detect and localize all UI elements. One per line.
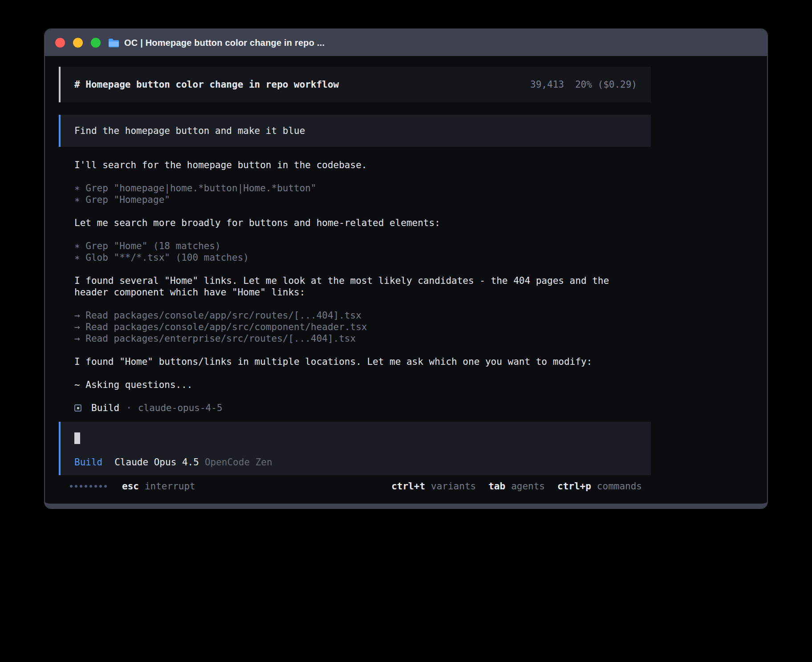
shortcut-label: agents bbox=[511, 480, 545, 492]
assistant-paragraph-broaden: Let me search more broadly for buttons a… bbox=[74, 217, 635, 229]
token-count: 39,413 bbox=[530, 79, 564, 90]
tool-call-read: → Read packages/console/app/src/routes/[… bbox=[74, 310, 635, 321]
assistant-paragraph-found: I found "Home" buttons/links in multiple… bbox=[74, 356, 635, 367]
shortcut-key: ctrl+p bbox=[557, 480, 591, 492]
status-left: esc interrupt bbox=[70, 480, 195, 492]
tool-call-grep: ∗ Grep "homepage|home.*button|Home.*butt… bbox=[74, 182, 635, 194]
shortcut-label: variants bbox=[431, 480, 476, 492]
session-header: # Homepage button color change in repo w… bbox=[59, 67, 651, 102]
traffic-lights bbox=[55, 38, 101, 48]
shortcut-variants: ctrl+t variants bbox=[391, 480, 476, 492]
terminal-content: # Homepage button color change in repo w… bbox=[45, 56, 767, 504]
assistant-status-asking: ~ Asking questions... bbox=[74, 379, 635, 391]
agent-model: claude-opus-4-5 bbox=[138, 402, 223, 414]
tool-call-read: → Read packages/console/app/src/componen… bbox=[74, 321, 635, 333]
input-meta-bar: Build Claude Opus 4.5 OpenCode Zen bbox=[74, 456, 637, 468]
esc-key-hint: esc bbox=[122, 480, 139, 492]
shortcut-key: ctrl+t bbox=[391, 480, 425, 492]
agent-mode-label[interactable]: Build bbox=[74, 456, 102, 468]
build-agent-icon bbox=[74, 404, 81, 412]
agent-status-line: Build · claude-opus-4-5 bbox=[74, 402, 635, 414]
shortcut-key: tab bbox=[488, 480, 505, 492]
titlebar[interactable]: OC | Homepage button color change in rep… bbox=[45, 29, 767, 56]
text-cursor bbox=[74, 432, 80, 444]
prompt-input[interactable]: Build Claude Opus 4.5 OpenCode Zen bbox=[59, 422, 651, 475]
input-line[interactable] bbox=[74, 432, 637, 444]
conversation-transcript: # Homepage button color change in repo w… bbox=[59, 67, 651, 422]
assistant-paragraph-intro: I'll search for the homepage button in t… bbox=[74, 159, 635, 171]
agent-separator: · bbox=[126, 402, 132, 414]
shortcut-label: commands bbox=[597, 480, 642, 492]
tool-call-grep: ∗ Grep "Home" (18 matches) bbox=[74, 240, 635, 252]
tool-call-glob: ∗ Glob "**/*.tsx" (100 matches) bbox=[74, 252, 635, 263]
shortcut-commands: ctrl+p commands bbox=[557, 480, 642, 492]
user-message: Find the homepage button and make it blu… bbox=[59, 115, 651, 147]
user-message-text: Find the homepage button and make it blu… bbox=[74, 125, 305, 136]
folder-icon bbox=[108, 38, 120, 48]
status-right: ctrl+t variants tab agents ctrl+p comman… bbox=[391, 480, 642, 492]
esc-key-action: interrupt bbox=[145, 480, 195, 492]
close-button[interactable] bbox=[55, 38, 65, 48]
session-title: # Homepage button color change in repo w… bbox=[74, 79, 339, 90]
tool-call-read: → Read packages/enterprise/src/routes/[.… bbox=[74, 333, 635, 344]
tool-call-grep: ∗ Grep "Homepage" bbox=[74, 194, 635, 206]
spinner-dots-icon bbox=[70, 485, 107, 488]
model-label[interactable]: Claude Opus 4.5 bbox=[114, 456, 199, 468]
agent-name: Build bbox=[91, 402, 119, 414]
tool-call-group-search: ∗ Grep "homepage|home.*button|Home.*butt… bbox=[59, 182, 651, 206]
provider-label: OpenCode Zen bbox=[205, 456, 272, 468]
tool-call-group-broad: ∗ Grep "Home" (18 matches) ∗ Glob "**/*.… bbox=[59, 240, 651, 263]
context-usage: 20% ($0.29) bbox=[575, 79, 637, 90]
assistant-paragraph-candidates: I found several "Home" links. Let me loo… bbox=[74, 275, 635, 298]
status-bar: esc interrupt ctrl+t variants tab agents… bbox=[59, 480, 651, 492]
minimize-button[interactable] bbox=[73, 38, 83, 48]
session-stats: 39,413 20% ($0.29) bbox=[530, 79, 637, 90]
window-title: OC | Homepage button color change in rep… bbox=[124, 38, 325, 48]
shortcut-agents: tab agents bbox=[488, 480, 545, 492]
zoom-button[interactable] bbox=[91, 38, 101, 48]
tool-call-group-read: → Read packages/console/app/src/routes/[… bbox=[59, 310, 651, 344]
terminal-window: OC | Homepage button color change in rep… bbox=[44, 28, 768, 509]
